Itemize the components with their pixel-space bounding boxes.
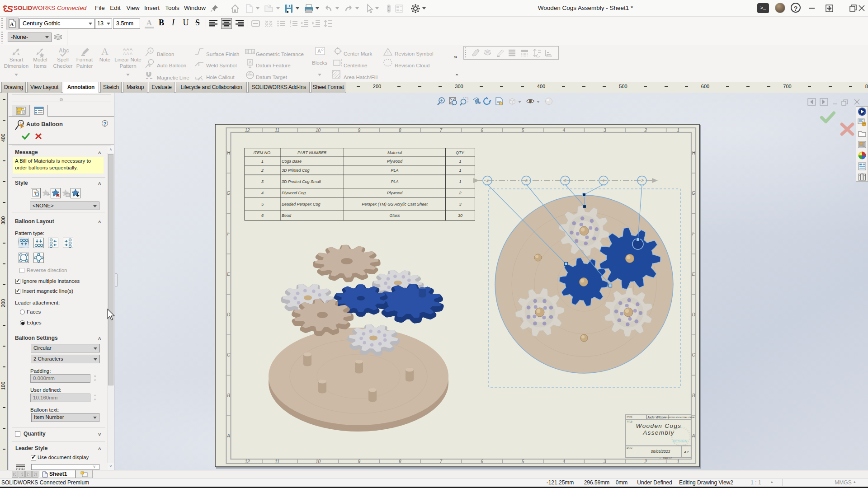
- svg-text:H: H: [227, 150, 231, 155]
- svg-text:3: 3: [525, 178, 528, 183]
- svg-text:Beaded Perspex Cog: Beaded Perspex Cog: [282, 202, 321, 206]
- svg-text:Bead: Bead: [282, 213, 292, 218]
- svg-text:A: A: [692, 433, 695, 438]
- svg-text:5: 5: [522, 459, 524, 464]
- svg-text:D: D: [692, 312, 695, 317]
- svg-text:3D Printed Cog: 3D Printed Cog: [282, 168, 310, 173]
- svg-text:1: 1: [261, 159, 264, 164]
- svg-text:9: 9: [358, 128, 360, 133]
- svg-text:TITLE:: TITLE:: [627, 421, 633, 423]
- svg-text:1: 1: [677, 128, 679, 133]
- svg-text:7: 7: [440, 459, 443, 464]
- svg-text:5: 5: [522, 128, 524, 133]
- svg-text:2: 2: [641, 178, 643, 183]
- svg-text:2: 2: [261, 168, 264, 173]
- svg-text:12: 12: [245, 128, 250, 133]
- svg-text:C: C: [227, 352, 231, 357]
- svg-text:AAA: AAA: [123, 51, 133, 56]
- svg-text:A: A: [317, 48, 321, 54]
- svg-text:3: 3: [604, 459, 606, 464]
- svg-text:4: 4: [261, 191, 264, 195]
- svg-text:ITEM NO.: ITEM NO.: [254, 150, 272, 155]
- svg-text:A: A: [10, 21, 14, 28]
- svg-text:Cogs Base: Cogs Base: [282, 159, 302, 164]
- svg-text:Plywood: Plywood: [387, 191, 403, 195]
- svg-text:Plywood: Plywood: [387, 159, 403, 164]
- svg-text:30: 30: [458, 213, 462, 218]
- svg-text:A: A: [226, 433, 230, 438]
- svg-text:5: 5: [564, 178, 566, 183]
- svg-text:6: 6: [481, 128, 483, 133]
- svg-text:9: 9: [358, 459, 360, 464]
- svg-text:3: 3: [604, 128, 606, 133]
- svg-text:NO LICENSE: NO LICENSE: [677, 444, 688, 446]
- svg-text:Perspex (TM) GS Acrylic Cast S: Perspex (TM) GS Acrylic Cast Sheet: [362, 202, 428, 206]
- svg-text:10: 10: [316, 128, 321, 133]
- svg-text:1: 1: [459, 159, 461, 164]
- svg-text:C: C: [692, 352, 695, 357]
- svg-text:S: S: [7, 4, 13, 14]
- svg-text:Material: Material: [387, 150, 402, 155]
- svg-text:7: 7: [440, 128, 443, 133]
- svg-text:1: 1: [677, 459, 679, 464]
- svg-text:A: A: [249, 60, 252, 65]
- svg-text:11: 11: [275, 459, 279, 464]
- svg-text:Glass: Glass: [389, 213, 400, 218]
- svg-text:1: 1: [150, 49, 152, 53]
- svg-text:11: 11: [275, 128, 279, 133]
- svg-text:B: B: [692, 393, 695, 398]
- svg-text:1: 1: [387, 51, 389, 55]
- svg-text:QTY.: QTY.: [456, 150, 465, 155]
- svg-text:Wooden Cogs: Wooden Cogs: [636, 422, 682, 429]
- svg-text:D: D: [227, 312, 230, 317]
- svg-text:A1: A1: [248, 72, 252, 75]
- svg-text:F: F: [227, 231, 230, 236]
- svg-text:4: 4: [562, 128, 565, 133]
- svg-text:8: 8: [399, 459, 401, 464]
- svg-text:A: A: [101, 46, 108, 57]
- svg-text:H: H: [692, 150, 695, 155]
- svg-text:SOLIDWORKS EDUCATIONAL LICENSE: SOLIDWORKS EDUCATIONAL LICENSE: [665, 417, 695, 418]
- svg-text:DESIGN: DESIGN: [673, 439, 688, 443]
- svg-text:4: 4: [562, 459, 565, 464]
- svg-text:F: F: [692, 231, 695, 236]
- svg-text:3: 3: [459, 202, 461, 206]
- svg-text:E: E: [692, 272, 695, 277]
- svg-text:Plywood Cog: Plywood Cog: [282, 191, 306, 195]
- svg-text:DATE:: DATE:: [627, 447, 633, 449]
- svg-text:NAME: NAME: [627, 416, 633, 418]
- svg-text:08/05/2023: 08/05/2023: [651, 449, 670, 454]
- svg-text:3D Printed Cog Small: 3D Printed Cog Small: [282, 179, 321, 184]
- svg-text:E: E: [227, 272, 230, 277]
- svg-text:Abc: Abc: [59, 47, 69, 54]
- svg-text:.1: .1: [251, 50, 254, 53]
- svg-text:SCALE: 1:2: SCALE: 1:2: [663, 457, 672, 459]
- svg-text:6: 6: [261, 213, 264, 218]
- svg-text:10: 10: [316, 459, 321, 464]
- svg-text:Assembly: Assembly: [642, 429, 675, 436]
- svg-text:6: 6: [481, 459, 483, 464]
- svg-text:2: 2: [458, 191, 461, 195]
- svg-text:A2: A2: [684, 450, 689, 454]
- svg-text:3: 3: [261, 179, 264, 184]
- svg-text:4: 4: [486, 178, 489, 183]
- svg-text:2: 2: [644, 128, 647, 133]
- svg-text:G: G: [227, 191, 231, 196]
- svg-text:PLA: PLA: [391, 168, 398, 173]
- svg-text:PLA: PLA: [391, 179, 398, 184]
- svg-text:Jade Wilson: Jade Wilson: [647, 415, 666, 419]
- svg-text:1: 1: [603, 178, 605, 183]
- svg-text:12: 12: [245, 459, 250, 464]
- svg-text:B: B: [227, 393, 230, 398]
- svg-text:1: 1: [459, 168, 461, 173]
- svg-text:1: 1: [459, 179, 461, 184]
- svg-text:G: G: [692, 191, 695, 196]
- svg-text:2: 2: [644, 459, 647, 464]
- svg-text:8: 8: [399, 128, 401, 133]
- svg-text:PART NUMBER: PART NUMBER: [297, 150, 327, 155]
